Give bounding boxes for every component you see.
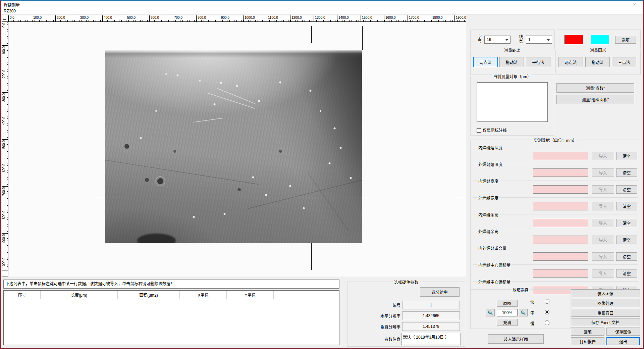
- clear-button[interactable]: 清空: [616, 168, 637, 177]
- ruler-tick-cell: 400.0: [2, 116, 8, 139]
- table-header-cell: Y坐标: [227, 291, 274, 299]
- clear-button[interactable]: 清空: [616, 252, 637, 261]
- print-report-button[interactable]: 打印报告: [571, 337, 604, 345]
- horizontal-resolution-field[interactable]: 1.432665: [402, 311, 460, 320]
- ruler-tick-cell: 200.0: [2, 69, 8, 92]
- speed-option: 快: [530, 299, 554, 304]
- clear-button[interactable]: 清空: [616, 236, 637, 244]
- hw-row-vres: 垂直分辨率 1.451379: [347, 322, 465, 331]
- speed-option: 慢: [530, 320, 554, 326]
- ruler-tick-cell: 0.0: [2, 22, 8, 45]
- import-button[interactable]: 导入: [592, 269, 614, 278]
- horizontal-ruler: 0.0100.0200.0300.0400.0500.0600.0700.080…: [8, 15, 466, 22]
- circle-three-point-button[interactable]: 三点法: [612, 57, 636, 67]
- primary-color-swatch[interactable]: [565, 35, 583, 44]
- secondary-color-swatch[interactable]: [591, 35, 609, 44]
- measured-value-field[interactable]: [533, 252, 588, 261]
- window-title: 焊缝测量: [4, 2, 20, 8]
- exit-button[interactable]: 退出: [606, 337, 640, 345]
- ruler-tick-cell: 1400.0: [337, 15, 361, 21]
- image-process-button[interactable]: 图像处理: [571, 299, 640, 307]
- measure-tissue-area-button[interactable]: 测量“组织面积”: [556, 95, 634, 104]
- show-annotation-row: 仅显示标注线: [477, 127, 507, 133]
- measured-value-field[interactable]: [533, 152, 588, 160]
- zoom-percent-field[interactable]: 100%: [497, 309, 518, 316]
- font-size-combobox[interactable]: 16: [484, 36, 511, 44]
- ruler-tick-cell: 500.0: [126, 15, 149, 21]
- measure-points-button[interactable]: 测量“点数”: [556, 83, 634, 93]
- field-label: 垂直分辨率: [380, 324, 400, 330]
- ruler-tick-cell: 600.0: [149, 15, 173, 21]
- clear-button[interactable]: 清空: [616, 269, 637, 278]
- import-button[interactable]: 导入: [592, 185, 614, 194]
- measured-value-field[interactable]: [533, 236, 588, 244]
- current-object-listbox[interactable]: [477, 82, 548, 122]
- ruler-tick-cell: 800.0: [196, 15, 220, 21]
- clear-button[interactable]: 清空: [616, 185, 637, 194]
- speed-radio[interactable]: [545, 310, 549, 314]
- measured-value-field[interactable]: [533, 219, 588, 227]
- measured-value-field[interactable]: [533, 185, 588, 194]
- clear-button[interactable]: 清空: [616, 152, 637, 160]
- import-button[interactable]: 导入: [592, 168, 614, 177]
- zoom-in-button[interactable]: [486, 309, 495, 316]
- import-button[interactable]: 导入: [592, 219, 614, 227]
- fusion-line: [105, 159, 259, 185]
- circle-drag-button[interactable]: 拖动法: [585, 57, 610, 67]
- results-table-body[interactable]: [4, 299, 339, 345]
- ruler-tick-cell: 1600.0: [384, 15, 408, 21]
- ruler-tick-cell: 1200.0: [290, 15, 314, 21]
- load-image-button[interactable]: 装入图像: [571, 289, 640, 297]
- select-resolution-button[interactable]: 选分辨率: [420, 287, 460, 297]
- dark-inclusion-spots: [105, 50, 107, 51]
- application-window: 焊缝测量 × RZ300 0.0100.0200.0300.0400.0500.…: [0, 0, 644, 349]
- measure-distance-group: 测量距离 两点法 拖动法 平行法: [470, 50, 554, 74]
- redraw-window-button[interactable]: 重画窗口: [571, 309, 640, 317]
- line-width-label: 线宽: [519, 35, 523, 44]
- save-excel-button[interactable]: 保存 Excel 文档: [571, 318, 640, 326]
- load-demo-sample-button[interactable]: 装入演示样图: [488, 334, 544, 344]
- number-field[interactable]: 1: [402, 301, 460, 309]
- show-annotation-checkbox[interactable]: [477, 128, 481, 133]
- drawing-canvas[interactable]: [8, 22, 466, 277]
- speed-radio[interactable]: [545, 320, 549, 325]
- import-button[interactable]: 导入: [592, 252, 614, 261]
- group-title: 实测数据（单位：mm）: [533, 137, 578, 143]
- measured-field-label: 内焊缝中心偏移量: [477, 262, 512, 268]
- fit-to-window-button[interactable]: 充满: [497, 319, 518, 326]
- clear-button[interactable]: 清空: [616, 219, 637, 227]
- fusion-line: [308, 173, 349, 231]
- original-size-button[interactable]: 原图: [497, 300, 518, 307]
- param-info-field[interactable]: 默认（ 2018年3月10日 ）: [401, 333, 461, 345]
- distance-drag-button[interactable]: 拖动法: [499, 57, 524, 67]
- clear-button[interactable]: 清空: [616, 202, 637, 210]
- import-button[interactable]: 导入: [592, 152, 614, 160]
- speed-radio[interactable]: [545, 299, 549, 304]
- import-button[interactable]: 导入: [592, 236, 614, 244]
- circle-two-point-button[interactable]: 两点法: [558, 57, 583, 67]
- import-button[interactable]: 导入: [592, 202, 614, 210]
- measured-field-label: 外焊缝余高: [477, 229, 499, 234]
- distance-two-point-button[interactable]: 两点法: [473, 57, 498, 67]
- measured-value-field[interactable]: [533, 202, 588, 210]
- measured-value-field[interactable]: [533, 168, 588, 177]
- workspace: 0.0100.0200.0300.0400.0500.0600.0700.080…: [1, 14, 643, 348]
- bottom-dark-blob: [137, 234, 176, 243]
- ruler-tick-cell: 500.0: [2, 139, 8, 163]
- menu-item-rz300[interactable]: RZ300: [4, 9, 16, 13]
- table-header-cell: 序号: [4, 291, 41, 299]
- vertical-resolution-field[interactable]: 1.451379: [402, 322, 460, 331]
- close-icon[interactable]: ×: [631, 1, 638, 7]
- zoom-out-button[interactable]: [519, 309, 528, 316]
- current-object-group: 当前测量对象（μm） 仅显示标注线: [470, 76, 554, 136]
- field-label: 编号: [392, 302, 400, 308]
- measure-circle-group: 测量圆形 两点法 拖动法 三点法: [555, 50, 641, 74]
- line-width-combobox[interactable]: 1: [526, 36, 552, 44]
- options-button[interactable]: 选项: [615, 36, 636, 44]
- ruler-tick-cell: 900.0: [220, 15, 243, 21]
- measured-value-field[interactable]: [533, 269, 588, 278]
- save-image-button[interactable]: 保存图像: [606, 328, 640, 336]
- results-table-header: 序号长度(μm)面积(μm2)X坐标Y坐标: [4, 291, 339, 299]
- pen-button[interactable]: 画笔: [571, 328, 604, 336]
- distance-parallel-button[interactable]: 平行法: [526, 57, 550, 67]
